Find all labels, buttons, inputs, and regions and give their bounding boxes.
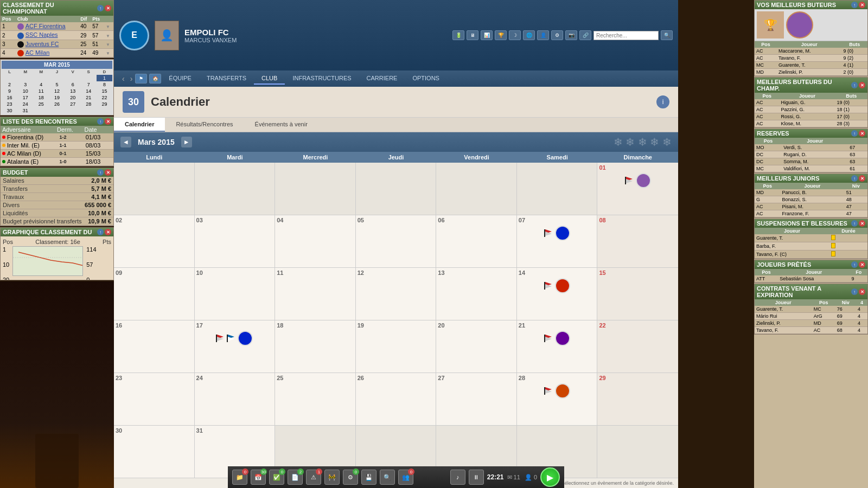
sub-tab-résultats-rencontres[interactable]: Résultats/Rencontres [165, 118, 244, 132]
calendar-cell[interactable]: 19 [356, 320, 437, 373]
table-row[interactable]: MCGuarente, T.4 (1) [755, 62, 867, 69]
nav-forward-arrow[interactable]: › [127, 73, 136, 84]
mini-calendar-days[interactable]: 1234567891011121314151617181920212223242… [2, 75, 112, 114]
team-name-cell[interactable]: AC Milan [16, 49, 79, 57]
calendar-cell[interactable]: 05 [356, 215, 437, 268]
table-row[interactable]: ACPazzini, G.18 (1) [755, 106, 867, 113]
table-row[interactable]: MOVerdi, S.67 [755, 144, 867, 151]
susp-expand[interactable]: ↑ [851, 220, 858, 227]
task-people-btn[interactable]: 👥 0 [398, 470, 413, 485]
mini-cal-day[interactable]: 13 [65, 88, 81, 94]
nav-icon-globe[interactable]: 🌐 [523, 30, 535, 40]
calendar-cell[interactable]: 16 [114, 320, 195, 373]
table-row[interactable]: Barba, F. [755, 242, 867, 251]
nav-back-arrow[interactable]: ‹ [119, 73, 127, 84]
nav-icon-battery[interactable]: 🔋 [452, 30, 464, 40]
empoli-logo[interactable]: E [119, 21, 149, 50]
calendar-cell[interactable]: 14 [517, 268, 598, 320]
table-row[interactable]: MDZielinski, P.2 (0) [755, 69, 867, 76]
calendar-cell[interactable]: 22 [597, 320, 678, 373]
juniors-close[interactable]: ✕ [859, 175, 865, 182]
reserves-expand[interactable]: ↑ [851, 130, 858, 137]
mini-cal-day[interactable]: 1 [97, 75, 112, 81]
task-pause-btn[interactable]: ⏸ [469, 470, 484, 485]
mini-cal-day[interactable]: 25 [33, 101, 49, 107]
month-next-btn[interactable]: ► [181, 137, 192, 147]
search-input[interactable] [593, 31, 659, 40]
calendar-cell[interactable]: 25 [275, 373, 356, 426]
table-row[interactable]: Zielinski, P.MD694 [755, 320, 867, 327]
calendar-info-btn[interactable]: i [656, 95, 669, 108]
calendar-cell[interactable]: 18 [275, 320, 356, 373]
task-check-btn[interactable]: ✅ 0 [269, 470, 284, 485]
own-scorers-close[interactable]: ✕ [859, 2, 865, 8]
loans-close[interactable]: ✕ [859, 261, 865, 268]
mini-cal-day[interactable]: 29 [97, 101, 112, 107]
calendar-grid-body[interactable]: 01 020304050607 08091011121314 151617 [114, 163, 678, 478]
mini-cal-day[interactable]: 24 [17, 101, 33, 107]
mini-cal-day[interactable]: 17 [17, 94, 33, 101]
calendar-cell[interactable]: 07 [517, 215, 598, 268]
calendar-cell[interactable] [517, 163, 598, 215]
table-row[interactable]: ACPisani, M.47 [755, 203, 867, 210]
mini-cal-day[interactable]: 11 [33, 88, 49, 94]
calendar-cell[interactable]: 11 [275, 268, 356, 320]
table-row[interactable]: ACKlose, M.28 (3) [755, 120, 867, 127]
nav-icon-camera[interactable]: 📷 [565, 30, 577, 40]
table-row[interactable]: Tavano, F. (C) [755, 251, 867, 259]
budget-close-icon[interactable]: ✕ [105, 169, 111, 176]
table-row[interactable]: ATTSebastián Sosa9 [755, 275, 867, 282]
table-row[interactable]: ACRossi, G.17 (0) [755, 113, 867, 120]
table-row[interactable]: Tavano, F.AC684 [755, 327, 867, 334]
match-list-item[interactable]: Atalanta (E) 1-0 18/03 [1, 158, 113, 166]
mini-cal-day[interactable]: 30 [2, 107, 17, 114]
reserves-close[interactable]: ✕ [859, 130, 865, 137]
calendar-cell[interactable]: 01 [597, 163, 678, 215]
calendar-cell[interactable]: 13 [436, 268, 517, 320]
month-prev-btn[interactable]: ◄ [120, 137, 131, 147]
mini-cal-day[interactable]: 31 [17, 107, 33, 114]
play-button[interactable]: ▶ [540, 467, 560, 487]
match-list-item[interactable]: AC Milan (D) 0-1 15/03 [1, 150, 113, 158]
nav-icon-settings[interactable]: ⚙ [551, 30, 563, 40]
match-list-item[interactable]: Inter Mil. (E) 1-1 08/03 [1, 142, 113, 150]
table-row[interactable]: GBonazzi, S.48 [755, 196, 867, 203]
calendar-cell[interactable] [356, 163, 437, 215]
calendar-cell[interactable]: 24 [195, 373, 276, 426]
nav-icon-screen[interactable]: 🖥 [467, 30, 478, 40]
calendar-cell[interactable]: 10 [195, 268, 276, 320]
task-doc-btn[interactable]: 📄 2 [288, 470, 303, 485]
matches-close-icon[interactable]: ✕ [105, 118, 111, 125]
mini-cal-day[interactable]: 3 [17, 81, 33, 88]
mini-cal-day[interactable]: 2 [2, 81, 17, 88]
search-icon[interactable]: 🔍 [661, 30, 673, 40]
table-row[interactable]: ACMaccarone, M.9 (0) [755, 48, 867, 55]
sub-tab-événements-à-venir[interactable]: Événements à venir [244, 118, 318, 132]
champ-scorers-expand[interactable]: ↑ [851, 82, 858, 88]
susp-close[interactable]: ✕ [859, 220, 865, 227]
calendar-cell[interactable]: 06 [436, 215, 517, 268]
nav-icon-connect[interactable]: 🔗 [579, 30, 591, 40]
chart-close-icon[interactable]: ✕ [105, 229, 111, 235]
nav-icon-trophy[interactable]: 🏆 [495, 30, 507, 40]
calendar-cell[interactable]: 30 [114, 426, 195, 478]
match-list-item[interactable]: Fiorentina (D) 1-2 01/03 [1, 133, 113, 142]
table-row[interactable]: ACFranzone, F.47 [755, 210, 867, 217]
calendar-cell[interactable]: 02 [114, 215, 195, 268]
nav-icon-moon[interactable]: ☽ [509, 30, 521, 40]
menu-tab-équipe[interactable]: ÉQUIPE [161, 73, 199, 85]
task-alert-btn[interactable]: ⚠ 1 [306, 470, 321, 485]
team-name-cell[interactable]: SSC Naples [16, 31, 79, 40]
mini-cal-day[interactable]: 7 [81, 81, 97, 88]
team-name-cell[interactable]: Juventus FC [16, 40, 79, 48]
mini-cal-day[interactable]: 10 [17, 88, 33, 94]
budget-expand-icon[interactable]: ↑ [97, 169, 104, 176]
mini-cal-day[interactable]: 14 [81, 88, 97, 94]
mini-cal-day[interactable]: 8 [97, 81, 112, 88]
mini-cal-day[interactable]: 27 [65, 101, 81, 107]
table-row[interactable]: MCValdifiori, M.61 [755, 165, 867, 172]
calendar-cell[interactable] [114, 163, 195, 215]
table-row[interactable]: Mário RuiArG694 [755, 313, 867, 320]
loans-expand[interactable]: ↑ [851, 261, 858, 268]
table-row[interactable]: DCRugani, D.63 [755, 151, 867, 158]
